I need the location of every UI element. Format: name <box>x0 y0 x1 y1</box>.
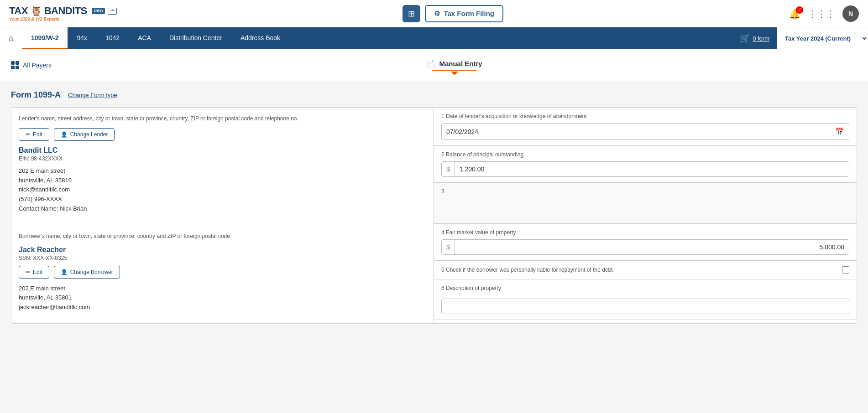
nav-label-address-book: Address Book <box>241 34 280 41</box>
logo-text: TAX 🦉 BANDITS <box>9 5 87 17</box>
field-4-label: 4 Fair market value of property <box>441 229 849 236</box>
nav-item-94x[interactable]: 94x <box>68 27 96 49</box>
field-6-input[interactable] <box>441 299 849 314</box>
home-icon: ⌂ <box>9 34 14 43</box>
toolbar: All Payers 📄 Manual Entry <box>0 49 868 81</box>
nav-bar: ⌂ 1099/W-2 94x 1042 ACA Distribution Cen… <box>0 27 868 49</box>
nav-home-button[interactable]: ⌂ <box>0 27 22 49</box>
logo-sub: Your 1099 & W2 Experts <box>9 17 59 22</box>
field-4-row: 4 Fair market value of property $ <box>434 224 857 261</box>
nav-label-aca: ACA <box>138 34 151 41</box>
lender-address-line1: 202 E main street <box>19 166 426 176</box>
field-1-input[interactable] <box>442 124 831 139</box>
nav-item-aca[interactable]: ACA <box>129 27 160 49</box>
all-payers-link[interactable]: All Payers <box>11 61 52 69</box>
field-1-row: 1 Date of lender's acquisition or knowle… <box>434 108 857 146</box>
dollar-sign-2: $ <box>442 240 455 254</box>
main-content: Form 1099-A Change Form type Lender's na… <box>0 81 868 333</box>
borrower-name: Jack Reacher <box>19 246 426 254</box>
field-2-input[interactable] <box>455 162 849 176</box>
borrower-actions: ✏ Edit 👤 Change Borrower <box>19 266 426 279</box>
field-6-row: 6 Description of property <box>434 279 857 320</box>
left-column: Lender's name, street address, city or t… <box>11 108 434 323</box>
field-3-label: 3 <box>441 188 849 195</box>
avatar-letter: N <box>848 10 853 17</box>
cart-area[interactable]: 🛒 0 form <box>732 27 777 49</box>
field-2-row: 2 Balance of principal outstanding $ <box>434 146 857 183</box>
form-icon: ⚙ <box>434 10 440 18</box>
field-5-row: 5 Check if the borrower was personally l… <box>434 261 857 279</box>
nav-item-1042[interactable]: 1042 <box>96 27 129 49</box>
form-title: Form 1099-A <box>11 90 61 100</box>
pro-badge: PRO <box>92 8 105 14</box>
borrower-edit-label: Edit <box>33 269 42 275</box>
tax-form-filing-label: Tax Form Filing <box>444 10 494 17</box>
lender-address-line2: huntsville, AL 35810 <box>19 176 426 186</box>
borrower-address: 202 E main street huntsville, AL 35801 j… <box>19 284 426 312</box>
lender-email: nick@banditllc.com <box>19 185 426 195</box>
lender-edit-button[interactable]: ✏ Edit <box>19 128 49 141</box>
field-6-label: 6 Description of property <box>441 285 849 291</box>
apps-button[interactable]: ⋮⋮⋮ <box>808 8 835 19</box>
lender-contact: Contact Name: Nick Brian <box>19 204 426 214</box>
field-4-input[interactable] <box>455 240 849 254</box>
tax-year-select[interactable]: Tax Year 2024 (Current) <box>777 27 868 49</box>
notification-button[interactable]: 🔔 2 <box>789 8 800 19</box>
borrower-section: Borrower's name, city or town, state or … <box>11 225 434 323</box>
nav-label-94x: 94x <box>77 34 87 41</box>
header-center: ⊞ ⚙ Tax Form Filing <box>117 5 789 22</box>
header: TAX 🦉 BANDITS PRO ™ Your 1099 & W2 Exper… <box>0 0 868 27</box>
grid-icon-button[interactable]: ⊞ <box>403 5 420 22</box>
pencil-icon: ✏ <box>26 131 30 138</box>
avatar[interactable]: N <box>842 5 859 22</box>
form-card: Lender's name, street address, city or t… <box>11 107 857 324</box>
pencil-icon-2: ✏ <box>26 269 30 275</box>
change-form-type-link[interactable]: Change Form type <box>68 92 117 98</box>
lender-section: Lender's name, street address, city or t… <box>11 108 434 225</box>
person-change-icon-2: 👤 <box>61 269 68 275</box>
borrower-ssn: SSN: XXX-XX-8325 <box>19 255 426 261</box>
lender-name: Bandit LLC <box>19 146 426 155</box>
owl-icon: 🦉 <box>31 6 42 16</box>
manual-entry-label: Manual Entry <box>439 60 482 67</box>
notification-badge: 2 <box>796 6 803 14</box>
nav-item-distribution-center[interactable]: Distribution Center <box>160 27 231 49</box>
lender-actions: ✏ Edit 👤 Change Lender <box>19 128 426 141</box>
grid-icon <box>11 61 19 69</box>
person-change-icon: 👤 <box>61 131 68 138</box>
borrower-address-line2: huntsville, AL 35801 <box>19 293 426 303</box>
logo-area: TAX 🦉 BANDITS PRO ™ Your 1099 & W2 Exper… <box>9 5 117 22</box>
change-lender-button[interactable]: 👤 Change Lender <box>54 128 115 141</box>
nav-label-1042: 1042 <box>105 34 120 41</box>
borrower-edit-button[interactable]: ✏ Edit <box>19 266 49 279</box>
lender-section-label: Lender's name, street address, city or t… <box>19 115 426 123</box>
field-3-row: 3 <box>434 183 857 224</box>
cart-icon: 🛒 <box>740 33 750 43</box>
field-4-input-wrap: $ <box>441 239 849 255</box>
nav-item-address-book[interactable]: Address Book <box>231 27 289 49</box>
field-5-checkbox[interactable] <box>842 266 849 274</box>
cart-label: 0 form <box>753 35 769 42</box>
change-borrower-button[interactable]: 👤 Change Borrower <box>54 266 120 279</box>
borrower-address-line1: 202 E main street <box>19 284 426 294</box>
header-right: 🔔 2 ⋮⋮⋮ N <box>789 5 859 22</box>
right-column: 1 Date of lender's acquisition or knowle… <box>434 108 857 323</box>
all-payers-label: All Payers <box>23 62 52 69</box>
calendar-icon[interactable]: 📅 <box>831 124 849 139</box>
field-2-input-wrap: $ <box>441 161 849 177</box>
field-2-label: 2 Balance of principal outstanding <box>441 151 849 158</box>
manual-entry-button[interactable]: 📄 Manual Entry <box>417 55 491 75</box>
nav-item-1099w2[interactable]: 1099/W-2 <box>22 27 68 49</box>
lender-phone: (578) 996-XXXX <box>19 195 426 204</box>
lender-address: 202 E main street huntsville, AL 35810 n… <box>19 166 426 214</box>
nav-label-distribution-center: Distribution Center <box>169 34 222 41</box>
change-borrower-label: Change Borrower <box>70 269 113 275</box>
dollar-sign-1: $ <box>442 162 455 176</box>
toolbar-center: 📄 Manual Entry <box>52 55 857 75</box>
tax-form-filing-button[interactable]: ⚙ Tax Form Filing <box>425 5 503 22</box>
nav-label-1099w2: 1099/W-2 <box>31 34 58 41</box>
lender-ein: EIN: 98-432XXXX <box>19 155 426 162</box>
tm-badge: ™ <box>108 8 117 15</box>
form-header: Form 1099-A Change Form type <box>11 90 857 100</box>
grid-icon: ⊞ <box>408 9 415 18</box>
